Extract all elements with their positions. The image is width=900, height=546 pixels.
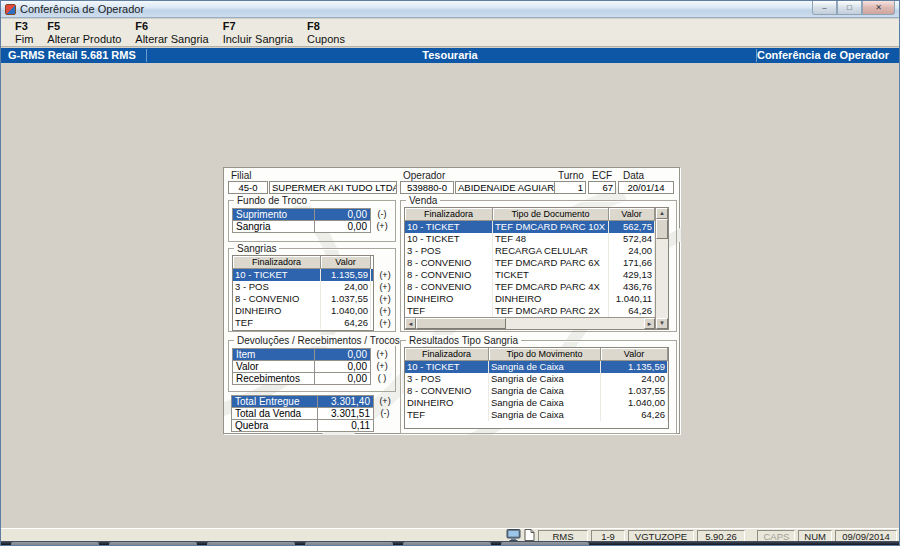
taskbar-item[interactable] — [403, 542, 491, 545]
venda-row[interactable]: 8 - CONVENIO TICKET 429,13 — [405, 269, 655, 281]
row-sign: (+) — [375, 305, 395, 317]
vertical-scrollbar[interactable]: ▲ ▼ — [655, 208, 668, 329]
taskbar-item[interactable] — [305, 542, 393, 545]
cell-tipo-documento: TEF DMCARD PARC 10X — [493, 221, 609, 233]
column-header-valor[interactable]: Valor — [609, 208, 655, 221]
resultado-row[interactable]: 8 - CONVENIO Sangria de Caixa 1.037,55 — [405, 385, 668, 397]
cell-valor: 429,13 — [609, 269, 655, 281]
close-button[interactable]: ✕ — [862, 1, 895, 15]
cell-valor: 1.040,00 — [601, 397, 668, 409]
taskbar[interactable] — [1, 541, 899, 545]
resultado-row[interactable]: 10 - TICKET Sangria de Caixa 1.135,59 — [405, 361, 668, 373]
venda-row[interactable]: 10 - TICKET TEF 48 572,84 — [405, 233, 655, 245]
titlebar[interactable]: Conferência de Operador – □ ✕ — [1, 1, 899, 18]
horizontal-scrollbar[interactable]: ◄ ► — [405, 317, 655, 329]
maximize-button[interactable]: □ — [837, 1, 862, 15]
row-sign: (+) — [371, 220, 393, 233]
fundo-row[interactable]: Sangria 0,00 (+) — [232, 220, 393, 233]
toolbar-button[interactable]: F6 Alterar Sangria — [135, 20, 208, 46]
cell-finalizadora: 3 - POS — [233, 281, 321, 293]
group-fundo-de-troco: Fundo de Troco Suprimento 0,00 (-) Sangr… — [228, 200, 396, 242]
devolucao-row[interactable]: Recebimentos 0,00 ( ) — [232, 372, 393, 385]
sangria-row[interactable]: 8 - CONVENIO 1.037,55 — [233, 293, 373, 305]
cell-tipo-documento: TEF 48 — [493, 233, 609, 245]
resultado-row[interactable]: 3 - POS Sangria de Caixa 24,00 — [405, 373, 668, 385]
cell-valor: 24,00 — [609, 245, 655, 257]
toolbar-button[interactable]: F3 Fim — [15, 20, 33, 46]
row-sign: (+) — [375, 317, 395, 329]
minimize-button[interactable]: – — [812, 1, 837, 15]
scroll-left-icon[interactable]: ◄ — [405, 318, 416, 329]
horizontal-scroll-track[interactable] — [416, 318, 644, 329]
table-header: Finalizadora Tipo do Movimento Valor — [405, 348, 668, 361]
cell-finalizadora: 8 - CONVENIO — [405, 281, 493, 293]
taskbar-item[interactable] — [11, 542, 99, 545]
vertical-scroll-thumb[interactable] — [656, 219, 668, 239]
cell-tipo-movimento: Sangria de Caixa — [489, 373, 601, 385]
scroll-right-icon[interactable]: ► — [644, 318, 655, 329]
column-header-finalizadora[interactable]: Finalizadora — [405, 208, 493, 221]
horizontal-scroll-thumb[interactable] — [416, 318, 506, 329]
ecf-field: 67 — [588, 181, 616, 194]
cell-valor: 572,84 — [609, 233, 655, 245]
venda-row[interactable]: 10 - TICKET TEF DMCARD PARC 10X 562,75 — [405, 221, 655, 233]
venda-row[interactable]: TEF TEF DMCARD PARC 2X 64,26 — [405, 305, 655, 317]
filial-label: Filial — [231, 171, 252, 181]
turno-field: 1 — [554, 181, 586, 194]
group-devolucoes: Devoluções / Recebimentos / Trocos Item … — [228, 340, 396, 392]
column-header-valor[interactable]: Valor — [321, 256, 371, 269]
filial-code-field: 45-0 — [228, 181, 268, 194]
cell-finalizadora: 8 - CONVENIO — [405, 385, 489, 397]
sangria-row[interactable]: 3 - POS 24,00 — [233, 281, 373, 293]
column-header-finalizadora[interactable]: Finalizadora — [405, 348, 489, 361]
group-title: Devoluções / Recebimentos / Trocos — [234, 335, 403, 346]
ecf-label: ECF — [592, 171, 612, 181]
cell-finalizadora: 10 - TICKET — [233, 269, 321, 281]
cell-tipo-movimento: Sangria de Caixa — [489, 409, 601, 421]
venda-row[interactable]: 3 - POS RECARGA CELULAR 24,00 — [405, 245, 655, 257]
sangria-row[interactable]: DINHEIRO 1.040,00 — [233, 305, 373, 317]
group-title: Resultados Tipo Sangria — [406, 335, 521, 346]
cell-valor: 562,75 — [609, 221, 655, 233]
column-header-tipo-documento[interactable]: Tipo de Documento — [493, 208, 609, 221]
sangria-row[interactable]: TEF 64,26 — [233, 317, 373, 329]
cell-finalizadora: DINHEIRO — [233, 305, 321, 317]
group-resultados-tipo-sangria: Resultados Tipo Sangria Finalizadora Tip… — [400, 340, 677, 434]
group-title: Fundo de Troco — [234, 195, 310, 206]
total-row[interactable]: Quebra 0,11 — [231, 419, 396, 432]
cell-finalizadora: TEF — [405, 409, 489, 421]
taskbar-item[interactable] — [109, 542, 197, 545]
toolbar-button[interactable]: F7 Incluir Sangria — [223, 20, 293, 46]
cell-valor: 24,00 — [601, 373, 668, 385]
column-header-valor[interactable]: Valor — [601, 348, 668, 361]
venda-row[interactable]: 8 - CONVENIO TEF DMCARD PARC 4X 436,76 — [405, 281, 655, 293]
cell-valor: 1.037,55 — [601, 385, 668, 397]
data-label: Data — [623, 171, 644, 181]
column-header-tipo-movimento[interactable]: Tipo do Movimento — [489, 348, 601, 361]
venda-row[interactable]: 8 - CONVENIO TEF DMCARD PARC 6X 171,66 — [405, 257, 655, 269]
row-sign: (+) — [375, 281, 395, 293]
toolbar-button[interactable]: F5 Alterar Produto — [47, 20, 121, 46]
cell-valor: 24,00 — [321, 281, 371, 293]
scroll-down-icon[interactable]: ▼ — [656, 318, 668, 329]
function-action-label: Fim — [15, 33, 33, 46]
taskbar-item[interactable] — [207, 542, 295, 545]
toolbar-button[interactable]: F8 Cupons — [307, 20, 345, 46]
row-value: 0,00 — [315, 220, 371, 233]
scroll-up-icon[interactable]: ▲ — [656, 208, 668, 219]
resultado-row[interactable]: DINHEIRO Sangria de Caixa 1.040,00 — [405, 397, 668, 409]
sangrias-table: Finalizadora Valor 10 - TICKET 1.135,59 — [232, 255, 374, 331]
venda-row[interactable]: DINHEIRO DINHEIRO 1.040,11 — [405, 293, 655, 305]
vertical-scroll-track[interactable] — [656, 219, 668, 318]
app-header-bar: G-RMS Retail 5.681 RMS Tesouraria Confer… — [1, 48, 899, 63]
cell-finalizadora: 8 - CONVENIO — [405, 257, 493, 269]
row-label: Recebimentos — [232, 372, 315, 385]
filial-name-field: SUPERMER AKI TUDO LTDA RK 45-0 — [269, 181, 397, 194]
function-action-label: Cupons — [307, 33, 345, 46]
cell-tipo-documento: TEF DMCARD PARC 6X — [493, 257, 609, 269]
sangria-row[interactable]: 10 - TICKET 1.135,59 — [233, 269, 373, 281]
resultado-row[interactable]: TEF Sangria de Caixa 64,26 — [405, 409, 668, 421]
column-header-finalizadora[interactable]: Finalizadora — [233, 256, 321, 269]
taskbar-item[interactable] — [501, 542, 589, 545]
row-value: 0,00 — [315, 372, 371, 385]
